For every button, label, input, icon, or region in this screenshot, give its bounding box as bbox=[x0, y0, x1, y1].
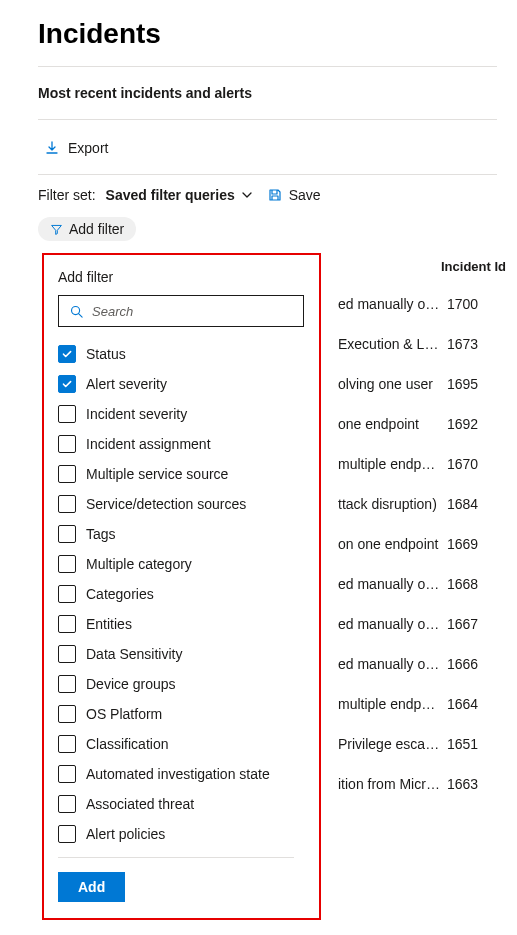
filter-option-label: Incident assignment bbox=[86, 436, 211, 452]
filter-option[interactable]: Service/detection sources bbox=[58, 489, 294, 519]
filter-option[interactable]: Incident assignment bbox=[58, 429, 294, 459]
filter-set-dropdown[interactable]: Saved filter queries bbox=[106, 187, 253, 203]
checkbox[interactable] bbox=[58, 705, 76, 723]
filter-set-label: Filter set: bbox=[38, 187, 96, 203]
incident-id-cell: 1664 bbox=[441, 696, 517, 712]
incident-id-cell: 1700 bbox=[441, 296, 517, 312]
page-title: Incidents bbox=[38, 0, 497, 66]
filter-option-label: Incident severity bbox=[86, 406, 187, 422]
filter-option[interactable]: Categories bbox=[58, 579, 294, 609]
checkbox[interactable] bbox=[58, 645, 76, 663]
save-label: Save bbox=[289, 187, 321, 203]
filter-option[interactable]: Alert severity bbox=[58, 369, 294, 399]
popover-title: Add filter bbox=[58, 269, 309, 285]
filter-option-label: Entities bbox=[86, 616, 132, 632]
filter-option[interactable]: Entities bbox=[58, 609, 294, 639]
incident-id-cell: 1663 bbox=[441, 776, 517, 792]
toolbar: Export bbox=[38, 120, 497, 174]
filter-option[interactable]: Alert policies bbox=[58, 819, 294, 849]
filter-option[interactable]: Data Sensitivity bbox=[58, 639, 294, 669]
filter-option[interactable]: Multiple category bbox=[58, 549, 294, 579]
filter-option-label: Alert policies bbox=[86, 826, 165, 842]
checkbox[interactable] bbox=[58, 465, 76, 483]
filter-option-label: Multiple category bbox=[86, 556, 192, 572]
filter-option[interactable]: OS Platform bbox=[58, 699, 294, 729]
filter-option-label: OS Platform bbox=[86, 706, 162, 722]
section-subtitle: Most recent incidents and alerts bbox=[38, 67, 497, 119]
filter-option-label: Data Sensitivity bbox=[86, 646, 182, 662]
filter-option[interactable]: Tags bbox=[58, 519, 294, 549]
filter-option[interactable]: Automated investigation state bbox=[58, 759, 294, 789]
checkbox[interactable] bbox=[58, 555, 76, 573]
add-filter-chip[interactable]: Add filter bbox=[38, 217, 136, 241]
filter-option[interactable]: Incident severity bbox=[58, 399, 294, 429]
filter-option-label: Associated threat bbox=[86, 796, 194, 812]
checkbox[interactable] bbox=[58, 495, 76, 513]
checkbox[interactable] bbox=[58, 375, 76, 393]
incident-id-cell: 1692 bbox=[441, 416, 517, 432]
add-filter-chip-label: Add filter bbox=[69, 221, 124, 237]
checkbox[interactable] bbox=[58, 795, 76, 813]
add-filter-popover: Add filter StatusAlert severityIncident … bbox=[42, 253, 321, 920]
checkbox[interactable] bbox=[58, 525, 76, 543]
filter-set-selected: Saved filter queries bbox=[106, 187, 235, 203]
incident-id-cell: 1684 bbox=[441, 496, 517, 512]
checkbox[interactable] bbox=[58, 825, 76, 843]
save-icon bbox=[267, 187, 283, 203]
filter-option-label: Alert severity bbox=[86, 376, 167, 392]
chevron-down-icon bbox=[241, 189, 253, 201]
filter-option-label: Multiple service source bbox=[86, 466, 228, 482]
checkbox[interactable] bbox=[58, 585, 76, 603]
download-icon bbox=[44, 140, 60, 156]
filter-option[interactable]: Device groups bbox=[58, 669, 294, 699]
search-input[interactable] bbox=[92, 304, 293, 319]
filter-option[interactable]: Status bbox=[58, 339, 294, 369]
incident-id-cell: 1667 bbox=[441, 616, 517, 632]
incident-id-cell: 1668 bbox=[441, 576, 517, 592]
incident-id-cell: 1666 bbox=[441, 656, 517, 672]
checkbox[interactable] bbox=[58, 435, 76, 453]
checkbox[interactable] bbox=[58, 345, 76, 363]
incident-id-cell: 1695 bbox=[441, 376, 517, 392]
checkbox[interactable] bbox=[58, 735, 76, 753]
incident-id-cell: 1651 bbox=[441, 736, 517, 752]
checkbox[interactable] bbox=[58, 405, 76, 423]
col-header-id[interactable]: Incident Id bbox=[441, 259, 517, 274]
filter-option-label: Automated investigation state bbox=[86, 766, 270, 782]
save-button[interactable]: Save bbox=[267, 187, 321, 203]
filter-option-label: Service/detection sources bbox=[86, 496, 246, 512]
search-box[interactable] bbox=[58, 295, 304, 327]
incident-id-cell: 1670 bbox=[441, 456, 517, 472]
filter-bar: Filter set: Saved filter queries Save bbox=[38, 175, 497, 217]
export-button[interactable]: Export bbox=[38, 136, 114, 160]
search-icon bbox=[69, 304, 84, 319]
add-button[interactable]: Add bbox=[58, 872, 125, 902]
filter-option-label: Device groups bbox=[86, 676, 176, 692]
checkbox[interactable] bbox=[58, 675, 76, 693]
filter-list: StatusAlert severityIncident severityInc… bbox=[58, 339, 294, 858]
filter-option-label: Tags bbox=[86, 526, 116, 542]
incident-id-cell: 1673 bbox=[441, 336, 517, 352]
incident-id-cell: 1669 bbox=[441, 536, 517, 552]
filter-icon bbox=[50, 223, 63, 236]
filter-option[interactable]: Associated threat bbox=[58, 789, 294, 819]
filter-option-label: Classification bbox=[86, 736, 168, 752]
checkbox[interactable] bbox=[58, 615, 76, 633]
filter-option-label: Categories bbox=[86, 586, 154, 602]
filter-option[interactable]: Multiple service source bbox=[58, 459, 294, 489]
filter-option[interactable]: Classification bbox=[58, 729, 294, 759]
export-label: Export bbox=[68, 140, 108, 156]
filter-option-label: Status bbox=[86, 346, 126, 362]
checkbox[interactable] bbox=[58, 765, 76, 783]
